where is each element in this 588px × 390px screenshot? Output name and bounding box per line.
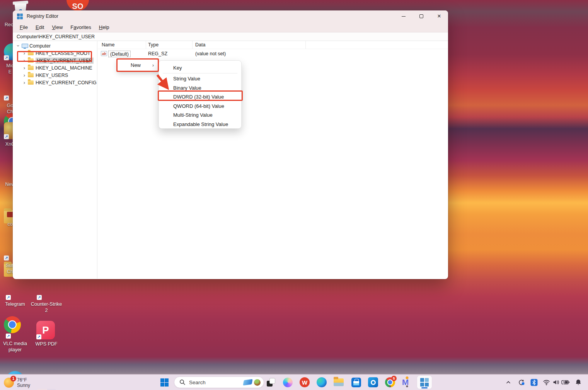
column-divider[interactable] xyxy=(192,41,193,49)
tree-item-hkey-current-user[interactable]: › HKEY_CURRENT_USER xyxy=(13,57,97,64)
desktop: ♻ Recy SO ↗ Mic E ↗ Go Ch ↗ XnC New co ↗… xyxy=(0,0,588,390)
submenu-item-key[interactable]: Key xyxy=(159,63,241,73)
tree-item-hkey-local-machine[interactable]: › HKEY_LOCAL_MACHINE xyxy=(13,64,97,72)
tray-volume-icon[interactable] xyxy=(552,379,560,386)
task-view-button[interactable] xyxy=(265,376,277,388)
menu-help[interactable]: Help xyxy=(95,24,113,30)
window-title: Registry Editor xyxy=(27,14,58,19)
weather-condition: Sunny xyxy=(17,383,30,388)
address-bar[interactable]: Computer\HKEY_CURRENT_USER xyxy=(13,32,448,41)
submenu-arrow-icon: › xyxy=(152,63,154,68)
running-indicator xyxy=(406,385,408,387)
outlook-button[interactable] xyxy=(367,376,379,388)
close-button[interactable]: × xyxy=(430,10,448,22)
red-app-icon[interactable]: SO xyxy=(66,0,89,11)
chevron-right-icon[interactable]: › xyxy=(22,72,27,78)
menu-bar: File Edit View Favorites Help xyxy=(13,22,448,32)
column-type[interactable]: Type xyxy=(148,42,159,48)
tree-item-hkey-classes-root[interactable]: › HKEY_CLASSES_ROOT xyxy=(13,49,97,57)
context-menu-new[interactable]: New › xyxy=(117,59,158,71)
column-data[interactable]: Data xyxy=(195,42,205,48)
value-type: REG_SZ xyxy=(148,51,167,56)
tray-wifi-icon[interactable] xyxy=(543,379,550,386)
weather-widget[interactable]: 1 76°F Sunny xyxy=(4,375,30,390)
folder-icon xyxy=(28,80,34,85)
column-divider[interactable] xyxy=(305,41,306,49)
weather-temp: 76°F xyxy=(17,377,30,383)
windows-logo-icon xyxy=(160,378,169,387)
search-placeholder: Search xyxy=(189,380,244,385)
tray-sync-icon[interactable] xyxy=(518,379,525,386)
minimize-button[interactable] xyxy=(395,10,412,22)
edge-button[interactable] xyxy=(316,376,327,388)
tree-item-hkey-current-config[interactable]: › HKEY_CURRENT_CONFIG xyxy=(13,79,97,86)
registry-editor-icon xyxy=(17,14,23,19)
tray-chevron-up-icon[interactable] xyxy=(505,379,512,386)
shortcut-arrow-icon: ↗ xyxy=(6,295,11,300)
outlook-icon xyxy=(368,377,378,387)
start-button[interactable] xyxy=(159,375,170,390)
tray-bluetooth-icon[interactable] xyxy=(530,379,538,386)
column-name[interactable]: Name xyxy=(102,42,114,48)
copilot-button[interactable] xyxy=(282,376,293,388)
maximize-button[interactable] xyxy=(412,10,430,22)
chevron-right-icon[interactable]: › xyxy=(22,65,27,71)
chevron-right-icon[interactable]: › xyxy=(22,50,27,56)
value-name: (Default) xyxy=(108,51,131,57)
value-row-default[interactable]: ab (Default) REG_SZ (value not set) xyxy=(98,50,448,58)
search-input[interactable]: Search xyxy=(174,376,264,388)
sun-icon: 1 xyxy=(4,378,14,388)
folder-icon xyxy=(28,66,34,70)
wps-icon: W xyxy=(300,377,310,387)
menu-separator xyxy=(163,73,237,73)
tree-item-hkey-users[interactable]: › HKEY_USERS xyxy=(13,72,97,79)
tray-notification-bell-icon[interactable] xyxy=(575,379,582,386)
submenu-item-expandable-string-value[interactable]: Expandable String Value xyxy=(159,120,241,129)
chevron-right-icon[interactable]: › xyxy=(22,58,27,63)
tree-item-computer[interactable]: › Computer xyxy=(13,42,97,49)
running-indicator xyxy=(389,385,391,387)
menu-favorites[interactable]: Favorites xyxy=(66,24,95,30)
chrome-button[interactable]: 5 xyxy=(384,376,396,388)
file-explorer-icon xyxy=(334,378,344,386)
selected-tree-label: HKEY_CURRENT_USER xyxy=(36,58,94,64)
column-divider[interactable] xyxy=(146,41,146,49)
shortcut-arrow-icon: ↗ xyxy=(4,55,9,60)
taskbar: 1 76°F Sunny Search W xyxy=(0,374,588,390)
shortcut-arrow-icon: ↗ xyxy=(4,95,9,100)
menu-file[interactable]: File xyxy=(16,24,32,30)
value-data: (value not set) xyxy=(195,51,226,56)
tree-pane: › Computer › HKEY_CLASSES_ROOT › HKEY_CU… xyxy=(13,41,97,279)
m-app-button[interactable]: M xyxy=(401,376,413,388)
menu-view[interactable]: View xyxy=(48,24,66,30)
wps-office-button[interactable]: W xyxy=(299,376,310,388)
task-view-icon xyxy=(267,378,275,387)
value-list-pane: Name Type Data ab (Default) REG_SZ (valu… xyxy=(98,41,448,279)
registry-editor-window: Registry Editor × File Edit View Favorit… xyxy=(13,10,448,279)
reg-sz-icon: ab xyxy=(101,51,107,56)
copilot-icon xyxy=(283,378,293,387)
chrome-notification-badge: 5 xyxy=(391,376,397,381)
shortcut-arrow-icon: ↗ xyxy=(4,134,9,139)
registry-editor-taskbar-button[interactable] xyxy=(417,376,432,389)
submenu-item-string-value[interactable]: String Value xyxy=(159,74,241,83)
microsoft-store-icon xyxy=(351,378,361,387)
computer-icon xyxy=(22,44,27,48)
list-header: Name Type Data xyxy=(98,41,448,49)
menu-edit[interactable]: Edit xyxy=(32,24,48,30)
submenu-item-dword-value[interactable]: DWORD (32-bit) Value xyxy=(159,92,241,102)
chevron-right-icon[interactable]: › xyxy=(22,80,27,85)
folder-icon xyxy=(28,58,34,63)
microsoft-store-button[interactable] xyxy=(350,376,362,388)
titlebar[interactable]: Registry Editor × xyxy=(13,10,448,22)
tray-battery-icon[interactable] xyxy=(561,379,570,386)
file-explorer-button[interactable] xyxy=(333,376,344,388)
submenu-item-qword-value[interactable]: QWORD (64-bit) Value xyxy=(159,102,241,111)
shortcut-arrow-icon: ↗ xyxy=(4,255,9,261)
notification-badge: 1 xyxy=(10,376,16,381)
submenu-item-binary-value[interactable]: Binary Value xyxy=(159,83,241,93)
shortcut-arrow-icon: ↗ xyxy=(6,334,11,339)
chevron-down-icon[interactable]: › xyxy=(15,44,21,48)
submenu-item-multi-string-value[interactable]: Multi-String Value xyxy=(159,111,241,120)
search-icon xyxy=(179,379,186,385)
